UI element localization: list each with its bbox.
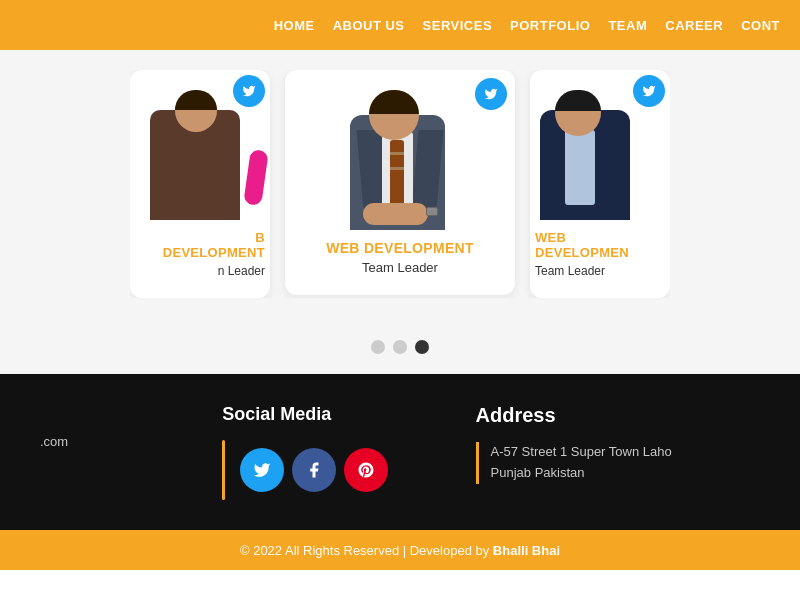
address-line1: A-57 Street 1 Super Town Laho [491, 442, 760, 463]
dot-1[interactable] [371, 340, 385, 354]
team-cards-section: B DEVELOPMENT n Leader [0, 50, 800, 328]
card-center-title: WEB DEVELOPMENT [326, 240, 474, 256]
twitter-badge-center [475, 78, 507, 110]
nav: HOME ABOUT US SERVICES PORTFOLIO TEAM CA… [274, 18, 780, 33]
nav-home[interactable]: HOME [274, 18, 315, 33]
nav-about[interactable]: ABOUT US [333, 18, 405, 33]
dot-2[interactable] [393, 340, 407, 354]
copyright-text: © 2022 All Rights Reserved | Developed b… [240, 543, 493, 558]
brand-name: Bhalli Bhai [493, 543, 560, 558]
header: HOME ABOUT US SERVICES PORTFOLIO TEAM CA… [0, 0, 800, 50]
footer-social-title: Social Media [222, 404, 435, 425]
footer-address-title: Address [476, 404, 760, 427]
twitter-badge-left [233, 75, 265, 107]
address-block: A-57 Street 1 Super Town Laho Punjab Pak… [476, 442, 760, 484]
nav-services[interactable]: SERVICES [423, 18, 493, 33]
card-right-title: WEB DEVELOPMEN [535, 230, 650, 260]
card-left-partial: B DEVELOPMENT n Leader [130, 70, 270, 298]
twitter-badge-right [633, 75, 665, 107]
carousel-dots [0, 328, 800, 374]
cards-row: B DEVELOPMENT n Leader [130, 70, 670, 298]
social-divider [222, 440, 225, 500]
card-left-subtitle: n Leader [218, 264, 265, 278]
address-line2: Punjab Pakistan [491, 463, 760, 484]
pinterest-icon[interactable] [344, 448, 388, 492]
footer-copyright: © 2022 All Rights Reserved | Developed b… [240, 543, 560, 558]
footer-address: Address A-57 Street 1 Super Town Laho Pu… [476, 404, 760, 484]
nav-team[interactable]: TEAM [608, 18, 647, 33]
card-right-partial: WEB DEVELOPMEN Team Leader [530, 70, 670, 298]
footer-dark: .com Social Media Address A-57 Street 1 … [0, 374, 800, 530]
footer-social: Social Media [222, 404, 435, 500]
card-center-subtitle: Team Leader [362, 260, 438, 275]
facebook-icon[interactable] [292, 448, 336, 492]
card-right-subtitle: Team Leader [535, 264, 605, 278]
card-center: WEB DEVELOPMENT Team Leader [285, 70, 515, 295]
footer-email: .com [40, 404, 182, 449]
social-icons-row [222, 440, 435, 500]
footer-bottom-bar: © 2022 All Rights Reserved | Developed b… [0, 530, 800, 570]
nav-contact[interactable]: CONT [741, 18, 780, 33]
card-left-title: B DEVELOPMENT [150, 230, 265, 260]
nav-portfolio[interactable]: PORTFOLIO [510, 18, 590, 33]
dot-3[interactable] [415, 340, 429, 354]
nav-career[interactable]: CAREER [665, 18, 723, 33]
twitter-icon[interactable] [240, 448, 284, 492]
